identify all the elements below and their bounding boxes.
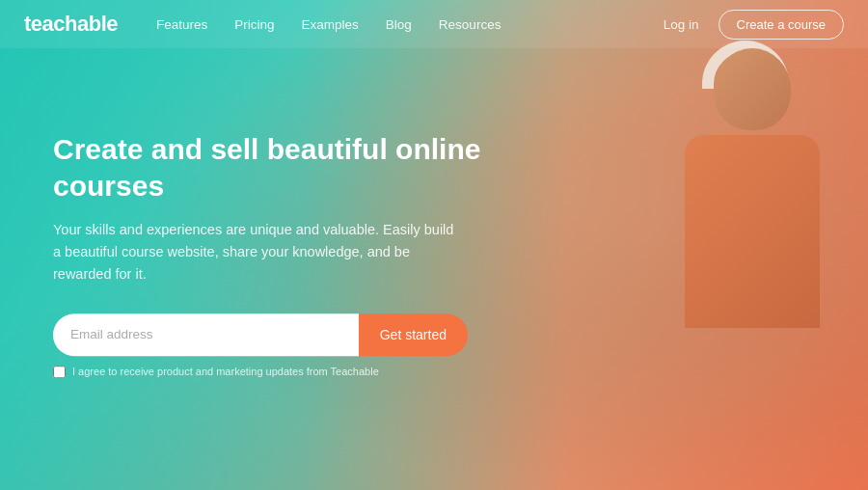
email-form: Get started: [53, 313, 468, 356]
consent-label: I agree to receive product and marketing…: [72, 366, 379, 377]
hero-title: Create and sell beautiful online courses: [53, 131, 535, 204]
brand-logo: teachable: [24, 12, 118, 37]
hero-person: [637, 48, 772, 328]
create-course-button[interactable]: Create a course: [719, 10, 845, 40]
login-link[interactable]: Log in: [664, 17, 699, 32]
hero-section: teachable Features Pricing Examples Blog…: [0, 0, 868, 490]
navbar: teachable Features Pricing Examples Blog…: [0, 0, 868, 48]
email-input[interactable]: [53, 313, 359, 356]
nav-features[interactable]: Features: [156, 17, 207, 32]
nav-examples[interactable]: Examples: [302, 17, 359, 32]
person-head: [714, 48, 791, 130]
nav-links: Features Pricing Examples Blog Resources: [156, 17, 664, 32]
get-started-button[interactable]: Get started: [359, 313, 468, 356]
nav-resources[interactable]: Resources: [439, 17, 502, 32]
consent-checkbox[interactable]: [53, 366, 66, 378]
person-torso: [685, 135, 820, 328]
consent-row: I agree to receive product and marketing…: [53, 366, 535, 378]
nav-pricing[interactable]: Pricing: [234, 17, 274, 32]
nav-blog[interactable]: Blog: [386, 17, 412, 32]
hero-subtitle: Your skills and experiences are unique a…: [53, 219, 458, 286]
nav-right: Log in Create a course: [664, 10, 844, 40]
hero-content: Create and sell beautiful online courses…: [53, 131, 535, 378]
